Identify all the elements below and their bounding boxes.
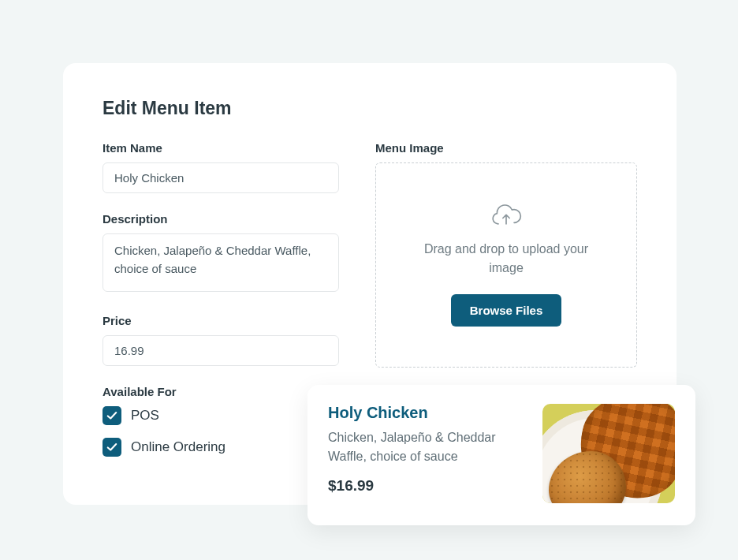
preview-image [542,404,675,503]
description-group: Description [102,212,339,295]
checkbox-pos-box [102,406,121,425]
check-icon [106,410,117,421]
image-dropzone[interactable]: Drag and drop to upload your image Brows… [375,162,637,368]
dropzone-text: Drag and drop to upload your image [419,240,593,276]
preview-description: Chicken, Jalapeño & Cheddar Waffle, choi… [328,428,525,466]
check-icon [106,442,117,453]
price-label: Price [102,314,339,327]
price-group: Price [102,314,339,366]
checkbox-online-ordering[interactable]: Online Ordering [102,438,339,457]
checkbox-pos[interactable]: POS [102,406,339,425]
menu-image-label: Menu Image [375,141,637,155]
menu-item-preview-card: Holy Chicken Chicken, Jalapeño & Cheddar… [308,385,695,525]
preview-text-block: Holy Chicken Chicken, Jalapeño & Cheddar… [328,404,525,495]
item-name-label: Item Name [102,141,339,155]
form-left-column: Item Name Description Price Available Fo… [102,141,339,476]
available-for-group: Available For POS Online Ordering [102,385,339,457]
page-title: Edit Menu Item [102,98,637,119]
description-label: Description [102,212,339,226]
checkbox-online-box [102,438,121,457]
checkbox-online-label: Online Ordering [131,439,226,455]
preview-title: Holy Chicken [328,404,525,422]
checkbox-pos-label: POS [131,408,159,424]
available-for-label: Available For [102,385,339,398]
preview-price: $16.99 [328,477,525,495]
browse-files-button[interactable]: Browse Files [451,294,562,327]
item-name-group: Item Name [102,141,339,193]
price-input[interactable] [102,335,339,366]
description-input[interactable] [102,233,339,292]
cloud-upload-icon [490,203,522,229]
item-name-input[interactable] [102,162,339,193]
